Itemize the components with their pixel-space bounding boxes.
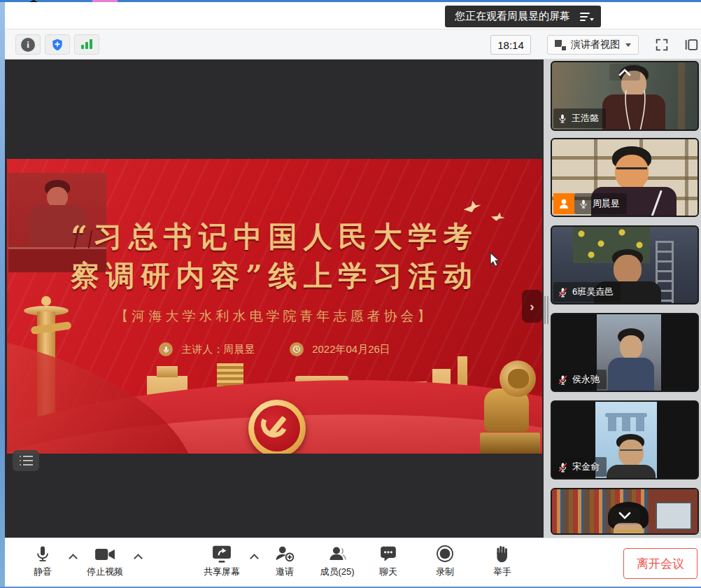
participant-name: 王浩懿 xyxy=(572,112,599,125)
participants-panel: 王浩懿 周晨昱 xyxy=(549,59,701,538)
view-mode-label: 演讲者视图 xyxy=(571,38,620,51)
members-button[interactable]: 成员(25) xyxy=(320,544,354,578)
slide-subtitle: 【河海大学水利水电学院青年志愿者协会】 xyxy=(7,307,542,326)
slide-speaker-row: 主讲人：周晨昱 2022年04月26日 xyxy=(7,342,542,356)
camera-options-chevron[interactable] xyxy=(134,554,143,563)
mic-icon xyxy=(34,544,51,563)
presenter-badge xyxy=(553,193,574,214)
chat-label: 聊天 xyxy=(379,566,397,578)
bottom-control-bar: 静音 停止视频 共享屏幕 邀请 成员(25) xyxy=(5,538,701,587)
participant-tile[interactable]: 6班吴垚邑 xyxy=(551,225,699,304)
slide-speaker: 主讲人：周晨昱 xyxy=(181,343,255,356)
participant-name: 6班吴垚邑 xyxy=(572,286,614,298)
mic-on-icon xyxy=(558,113,567,123)
slide-date: 2022年04月26日 xyxy=(312,343,390,356)
participant-name-bar: 王浩懿 xyxy=(553,108,606,128)
annotation-list-button[interactable] xyxy=(13,450,39,471)
leave-meeting-label: 离开会议 xyxy=(637,556,684,572)
marina-bay-sands-art xyxy=(602,413,650,431)
info-icon: i xyxy=(21,38,35,52)
chevron-down-icon xyxy=(625,43,631,47)
network-quality-button[interactable] xyxy=(74,34,99,55)
presentation-slide: “习总书记中国人民大学考 察调研内容”线上学习活动 【河海大学水利水电学院青年志… xyxy=(7,159,542,454)
participant-name-bar: 侯永驰 xyxy=(553,370,607,389)
invite-label: 邀请 xyxy=(276,566,294,578)
mouse-cursor xyxy=(490,252,501,267)
mute-button[interactable]: 静音 xyxy=(34,544,52,578)
meeting-toolbar: i 18:14 演讲者视图 xyxy=(5,29,701,59)
mic-options-chevron[interactable] xyxy=(69,554,78,563)
raise-hand-button[interactable]: 举手 xyxy=(493,544,511,578)
slide-title-line1: “习总书记中国人民大学考 xyxy=(7,218,542,256)
participant-name-bar: 6班吴垚邑 xyxy=(553,282,621,302)
fullscreen-icon xyxy=(654,37,670,52)
stop-video-label: 停止视频 xyxy=(87,566,123,578)
record-icon xyxy=(436,544,454,563)
participant-name-bar: 宋金俞 xyxy=(553,457,607,477)
mic-muted-icon xyxy=(558,462,568,472)
slide-title-line2: 察调研内容”线上学习活动 xyxy=(7,257,542,295)
list-icon xyxy=(20,456,33,465)
screen-share-banner-text: 您正在观看周晨昱的屏幕 xyxy=(455,10,570,23)
meeting-time: 18:14 xyxy=(497,39,524,51)
layout-icon xyxy=(555,39,567,51)
participant-name: 周晨昱 xyxy=(593,197,620,210)
leave-meeting-button[interactable]: 离开会议 xyxy=(623,548,698,579)
participant-tile[interactable]: 侯永驰 xyxy=(551,313,699,392)
share-screen-icon xyxy=(212,544,232,563)
screen-share-banner: 您正在观看周晨昱的屏幕 xyxy=(445,6,601,27)
share-screen-button[interactable]: 共享屏幕 xyxy=(204,544,240,578)
mic-muted-icon xyxy=(558,374,568,385)
participant-tile[interactable] xyxy=(551,488,699,535)
signal-bars-icon xyxy=(81,45,84,49)
share-options-chevron[interactable] xyxy=(250,554,259,563)
toggle-side-panel-button[interactable] xyxy=(679,34,701,55)
chat-icon xyxy=(379,544,397,563)
participant-name: 宋金俞 xyxy=(572,461,600,473)
mic-icon xyxy=(159,342,173,356)
banner-menu-icon[interactable] xyxy=(580,13,591,21)
raise-hand-label: 举手 xyxy=(493,566,511,578)
window-top-bar: 您正在观看周晨昱的屏幕 xyxy=(5,2,701,29)
chevron-right-icon: › xyxy=(530,299,534,314)
participant-tile[interactable]: 周晨昱 xyxy=(551,138,699,217)
fullscreen-button[interactable] xyxy=(650,34,674,55)
stop-video-button[interactable]: 停止视频 xyxy=(87,544,123,578)
participant-name-bar: 周晨昱 xyxy=(574,193,627,214)
invite-button[interactable]: 邀请 xyxy=(275,544,295,578)
meeting-window: 您正在观看周晨昱的屏幕 i 18:14 演讲者视图 xyxy=(0,0,701,588)
record-label: 录制 xyxy=(436,566,454,578)
meeting-clock: 18:14 xyxy=(490,35,531,55)
golden-lion-art xyxy=(480,360,540,454)
party-emblem-art xyxy=(248,400,306,454)
side-panel-icon xyxy=(684,37,699,52)
scroll-down-chevron-button[interactable] xyxy=(609,507,640,524)
chat-button[interactable]: 聊天 xyxy=(379,544,397,578)
members-label: 成员(25) xyxy=(320,566,354,578)
invite-person-icon xyxy=(275,544,295,563)
participant-name: 侯永驰 xyxy=(572,373,600,386)
panel-divider xyxy=(544,59,549,538)
meeting-info-button[interactable]: i xyxy=(15,34,41,55)
view-mode-dropdown[interactable]: 演讲者视图 xyxy=(547,35,639,55)
raise-hand-icon xyxy=(494,544,511,563)
participant-tile[interactable]: 王浩懿 xyxy=(551,61,699,131)
desktop-edge-left xyxy=(0,0,5,588)
record-button[interactable]: 录制 xyxy=(436,544,454,578)
camera-icon xyxy=(94,544,115,563)
participant-tile[interactable]: 宋金俞 xyxy=(551,400,699,479)
panel-resize-handle[interactable] xyxy=(544,296,548,324)
meeting-security-button[interactable] xyxy=(45,34,70,55)
share-screen-label: 共享屏幕 xyxy=(204,566,240,578)
clock-icon xyxy=(290,342,304,356)
members-icon xyxy=(328,544,346,563)
scroll-up-chevron-button[interactable] xyxy=(609,64,640,80)
mute-label: 静音 xyxy=(34,566,52,578)
mic-on-icon xyxy=(579,199,588,209)
next-page-chevron-button[interactable]: › xyxy=(522,290,542,323)
shield-plus-icon xyxy=(50,38,64,52)
mic-muted-icon xyxy=(558,287,568,298)
shared-screen-area: “习总书记中国人民大学考 察调研内容”线上学习活动 【河海大学水利水电学院青年志… xyxy=(5,59,544,538)
